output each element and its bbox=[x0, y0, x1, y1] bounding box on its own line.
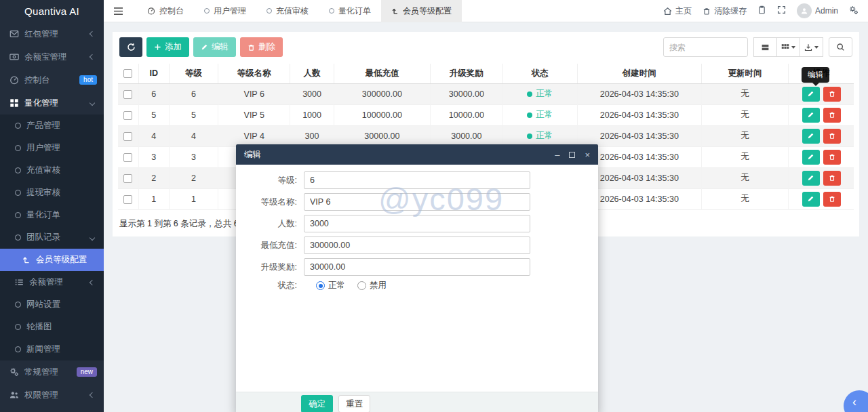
row-delete-button[interactable] bbox=[823, 87, 841, 102]
sidebar-item-user[interactable]: 用户管理 bbox=[0, 137, 104, 159]
col-header-count[interactable]: 人数 bbox=[290, 64, 334, 83]
row-checkbox[interactable] bbox=[123, 153, 132, 162]
col-header-min-recharge[interactable]: 最低充值 bbox=[334, 64, 431, 83]
clear-cache-link[interactable]: 清除缓存 bbox=[703, 5, 747, 17]
col-header-id[interactable]: ID bbox=[138, 64, 169, 83]
settings-button[interactable] bbox=[849, 5, 859, 17]
row-edit-button[interactable] bbox=[802, 171, 820, 186]
col-header-name[interactable]: 等级名称 bbox=[218, 64, 290, 83]
columns-button[interactable] bbox=[776, 37, 800, 57]
level-input[interactable] bbox=[304, 171, 530, 189]
cell-id: 1 bbox=[138, 188, 169, 209]
add-button[interactable]: 添加 bbox=[146, 37, 189, 57]
row-edit-button[interactable] bbox=[802, 150, 820, 165]
float-toggle-button[interactable]: ‹ bbox=[844, 390, 868, 412]
tab-label: 量化订单 bbox=[338, 5, 371, 17]
upgrade-reward-input[interactable] bbox=[304, 258, 530, 276]
col-header-updated[interactable]: 更新时间 bbox=[701, 64, 788, 83]
row-edit-button[interactable] bbox=[802, 108, 820, 123]
modal-header[interactable]: 编辑 – × bbox=[236, 144, 598, 165]
row-edit-button[interactable] bbox=[802, 192, 820, 207]
sidebar-item-product[interactable]: 产品管理 bbox=[0, 115, 104, 137]
tab-quant-orders[interactable]: 量化订单 bbox=[319, 0, 381, 22]
search-input[interactable] bbox=[663, 37, 748, 57]
edit-tooltip: 编辑 bbox=[802, 67, 829, 83]
row-checkbox[interactable] bbox=[123, 195, 132, 204]
modal-title: 编辑 bbox=[244, 149, 261, 161]
sidebar-item-general[interactable]: 常规管理 new bbox=[0, 360, 104, 384]
sidebar-item-redpacket[interactable]: 红包管理 bbox=[0, 22, 104, 45]
cell-name: VIP 5 bbox=[218, 104, 290, 125]
edit-button[interactable]: 编辑 bbox=[193, 37, 236, 57]
row-checkbox[interactable] bbox=[123, 132, 132, 141]
sidebar-item-news[interactable]: 新闻管理 bbox=[0, 338, 104, 360]
refresh-button[interactable] bbox=[119, 37, 142, 57]
minimize-icon[interactable]: – bbox=[555, 150, 559, 159]
export-button[interactable] bbox=[800, 37, 823, 57]
col-header-upgrade-reward[interactable]: 升级奖励 bbox=[431, 64, 502, 83]
clipboard-button[interactable] bbox=[757, 5, 766, 16]
caret-down-icon bbox=[814, 46, 818, 49]
delete-button[interactable]: 删除 bbox=[240, 37, 283, 57]
radio-status-normal[interactable]: 正常 bbox=[316, 280, 345, 291]
home-link[interactable]: 主页 bbox=[663, 5, 692, 17]
row-checkbox[interactable] bbox=[123, 111, 132, 120]
row-edit-button[interactable] bbox=[802, 129, 820, 144]
sidebar-item-balance[interactable]: 余额管理 bbox=[0, 271, 104, 293]
count-input[interactable] bbox=[304, 215, 530, 232]
row-delete-button[interactable] bbox=[823, 192, 841, 207]
sidebar-item-quant[interactable]: 量化管理 bbox=[0, 91, 104, 115]
row-delete-button[interactable] bbox=[823, 171, 841, 186]
row-delete-button[interactable] bbox=[823, 108, 841, 123]
col-header-level[interactable]: 等级 bbox=[169, 64, 218, 83]
sidebar-item-console[interactable]: 控制台 hot bbox=[0, 68, 104, 91]
min-recharge-input[interactable] bbox=[304, 236, 530, 254]
cell-actions bbox=[789, 83, 854, 104]
tab-console[interactable]: 控制台 bbox=[137, 0, 194, 22]
columns-icon bbox=[781, 43, 789, 52]
sidebar-item-yuebao[interactable]: 余额宝管理 bbox=[0, 45, 104, 68]
cell-level: 5 bbox=[169, 104, 218, 125]
hot-badge: hot bbox=[79, 75, 97, 85]
tab-vip-level-config[interactable]: 会员等级配置 bbox=[381, 0, 462, 22]
sidebar-item-carousel[interactable]: 轮播图 bbox=[0, 316, 104, 338]
cell-level: 4 bbox=[169, 125, 218, 146]
fullscreen-button[interactable] bbox=[777, 5, 786, 16]
card-view-button[interactable] bbox=[753, 37, 777, 57]
table-row[interactable]: 4 4 VIP 4 300 30000.00 3000.00 正常 2026-0… bbox=[118, 125, 854, 146]
sidebar-item-quant-orders[interactable]: 量化订单 bbox=[0, 204, 104, 226]
sidebar-item-withdraw-review[interactable]: 提现审核 bbox=[0, 182, 104, 204]
modal-body: 等级: 等级名称: 人数: 最低充值: 升级奖励: 状态: 正常 bbox=[236, 165, 598, 291]
row-delete-button[interactable] bbox=[823, 150, 841, 165]
close-icon[interactable]: × bbox=[585, 150, 590, 159]
row-edit-button[interactable] bbox=[802, 87, 820, 102]
tab-recharge-review[interactable]: 充值审核 bbox=[256, 0, 319, 22]
circle-o-icon bbox=[15, 123, 21, 129]
trash-icon bbox=[248, 43, 255, 52]
table-row[interactable]: 5 5 VIP 5 1000 100000.00 10000.00 正常 202… bbox=[118, 104, 854, 125]
sidebar-item-permissions[interactable]: 权限管理 bbox=[0, 384, 104, 407]
confirm-button[interactable]: 确定 bbox=[301, 395, 333, 412]
circle-o-icon bbox=[15, 167, 21, 173]
sidebar-item-recharge-review[interactable]: 充值审核 bbox=[0, 159, 104, 182]
chevron-down-icon bbox=[90, 100, 95, 106]
level-name-input[interactable] bbox=[304, 193, 530, 211]
maximize-icon[interactable] bbox=[569, 152, 575, 158]
sidebar-item-team-records[interactable]: 团队记录 bbox=[0, 226, 104, 249]
search-button[interactable] bbox=[829, 37, 852, 57]
sidebar-item-site-settings[interactable]: 网站设置 bbox=[0, 293, 104, 316]
col-header-status[interactable]: 状态 bbox=[502, 64, 577, 83]
tab-user-management[interactable]: 用户管理 bbox=[194, 0, 256, 22]
menu-toggle-button[interactable] bbox=[104, 7, 133, 16]
clipboard-icon bbox=[757, 5, 766, 14]
select-all-checkbox[interactable] bbox=[123, 69, 132, 78]
radio-status-disabled[interactable]: 禁用 bbox=[357, 280, 387, 291]
reset-button[interactable]: 重置 bbox=[338, 395, 370, 412]
row-delete-button[interactable] bbox=[823, 129, 841, 144]
col-header-created[interactable]: 创建时间 bbox=[577, 64, 701, 83]
row-checkbox[interactable] bbox=[123, 174, 132, 183]
sidebar-item-vip-level-config[interactable]: 会员等级配置 bbox=[0, 249, 104, 271]
user-menu[interactable]: Admin bbox=[797, 3, 838, 18]
row-checkbox[interactable] bbox=[123, 90, 132, 99]
table-row[interactable]: 6 6 VIP 6 3000 300000.00 30000.00 正常 202… bbox=[118, 83, 854, 104]
